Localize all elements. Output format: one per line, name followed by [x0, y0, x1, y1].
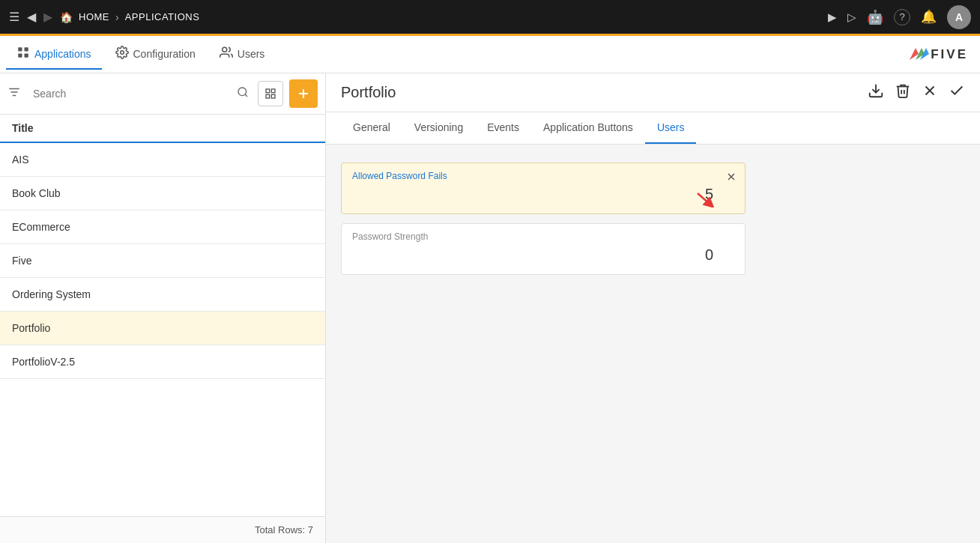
delete-icon[interactable]	[895, 82, 911, 103]
svg-rect-16	[266, 94, 270, 98]
top-nav-left: ☰ ◀ ▶ 🏠 HOME › APPLICATIONS	[9, 10, 199, 24]
filter-icon[interactable]	[7, 85, 21, 103]
applications-nav-icon	[16, 46, 30, 62]
content-actions	[868, 82, 965, 103]
svg-point-12	[238, 88, 246, 96]
list-item-five[interactable]: Five	[0, 244, 325, 278]
search-input[interactable]	[27, 85, 228, 103]
allowed-password-fails-clear-button[interactable]	[725, 171, 737, 186]
page-title: Portfolio	[341, 84, 396, 101]
home-crumb[interactable]: HOME	[79, 11, 109, 22]
robot-icon[interactable]: 🤖	[867, 9, 883, 25]
menu-icon[interactable]: ☰	[9, 10, 19, 24]
help-icon[interactable]: ?	[894, 9, 910, 25]
breadcrumb-separator: ›	[115, 11, 119, 23]
svg-rect-1	[25, 47, 28, 51]
tab-general[interactable]: General	[341, 112, 402, 144]
avatar[interactable]: A	[947, 5, 971, 29]
download-icon[interactable]	[868, 82, 884, 103]
red-arrow-indicator	[694, 189, 716, 207]
svg-rect-0	[18, 47, 22, 51]
svg-line-26	[698, 193, 710, 204]
list-item-portfoliov2[interactable]: PortfolioV-2.5	[0, 345, 325, 379]
list-item-ordering-system[interactable]: Ordering System	[0, 278, 325, 312]
password-strength-field: Password Strength 0	[341, 223, 745, 275]
allowed-password-fails-value: 5	[352, 186, 734, 203]
search-icon[interactable]	[234, 85, 252, 103]
svg-point-5	[223, 47, 227, 52]
svg-rect-15	[271, 89, 275, 93]
list-item-ais[interactable]: AIS	[0, 143, 325, 177]
form-content: Allowed Password Fails 5 Passwor	[326, 145, 980, 543]
play2-icon[interactable]: ▷	[847, 10, 856, 24]
sidebar-list: AIS Book Club ECommerce Five Ordering Sy…	[0, 143, 325, 379]
table-column-header: Title	[0, 115, 325, 143]
users-nav-icon	[220, 46, 233, 62]
bell-icon[interactable]: 🔔	[921, 9, 937, 25]
svg-line-13	[245, 94, 247, 97]
play-icon[interactable]: ▶	[828, 10, 837, 24]
password-strength-value: 0	[352, 246, 734, 264]
top-nav: ☰ ◀ ▶ 🏠 HOME › APPLICATIONS ▶ ▷ 🤖 ? 🔔 A	[0, 0, 980, 36]
nav-tab-users[interactable]: Users	[209, 40, 276, 70]
top-nav-right: ▶ ▷ 🤖 ? 🔔 A	[828, 5, 971, 29]
breadcrumb: 🏠 HOME › APPLICATIONS	[60, 11, 199, 23]
nav-tab-configuration[interactable]: Configuration	[105, 40, 206, 70]
nav-tab-applications-label: Applications	[34, 48, 91, 60]
home-icon: 🏠	[60, 11, 73, 23]
content-header: Portfolio	[326, 73, 980, 112]
nav-tab-configuration-label: Configuration	[133, 48, 196, 60]
back-icon[interactable]: ◀	[27, 10, 36, 24]
expand-button[interactable]	[258, 81, 283, 106]
confirm-icon[interactable]	[949, 82, 965, 103]
five-logo-text: FIVE	[931, 47, 968, 62]
tab-events[interactable]: Events	[475, 112, 531, 144]
close-icon[interactable]	[922, 82, 938, 103]
svg-point-4	[120, 50, 124, 54]
secondary-nav: Applications Configuration Users FIVE	[0, 36, 980, 73]
tabs-bar: General Versioning Events Application Bu…	[326, 112, 980, 145]
five-logo: FIVE	[908, 46, 980, 63]
sidebar-footer: Total Rows: 7	[0, 516, 325, 543]
tab-application-buttons[interactable]: Application Buttons	[531, 112, 645, 144]
tab-users[interactable]: Users	[645, 112, 697, 144]
search-input-wrap	[27, 85, 228, 103]
nav-tab-applications[interactable]: Applications	[6, 40, 102, 70]
sidebar-toolbar	[0, 73, 325, 115]
svg-rect-3	[25, 53, 28, 57]
configuration-nav-icon	[115, 46, 129, 62]
svg-rect-2	[18, 53, 22, 57]
main-layout: Title AIS Book Club ECommerce Five Order…	[0, 73, 980, 543]
allowed-password-fails-field: Allowed Password Fails 5	[341, 163, 745, 214]
list-item-ecommerce[interactable]: ECommerce	[0, 210, 325, 244]
svg-rect-17	[271, 94, 275, 98]
svg-rect-14	[266, 89, 270, 93]
allowed-password-fails-label: Allowed Password Fails	[352, 171, 734, 181]
sidebar: Title AIS Book Club ECommerce Five Order…	[0, 73, 326, 543]
forward-icon[interactable]: ▶	[43, 10, 52, 24]
applications-crumb[interactable]: APPLICATIONS	[125, 11, 200, 22]
list-item-portfolio[interactable]: Portfolio	[0, 312, 325, 345]
content-panel: Portfolio General Versioning Events	[326, 73, 980, 543]
password-strength-label: Password Strength	[352, 231, 734, 242]
secondary-nav-tabs: Applications Configuration Users	[6, 40, 275, 70]
add-button[interactable]	[289, 79, 318, 108]
tab-versioning[interactable]: Versioning	[402, 112, 475, 144]
nav-tab-users-label: Users	[238, 48, 265, 60]
list-item-bookclub[interactable]: Book Club	[0, 177, 325, 210]
